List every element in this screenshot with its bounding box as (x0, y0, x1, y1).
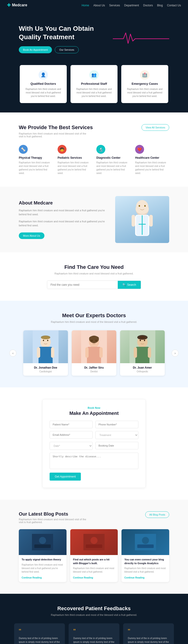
blog-read-more-0[interactable]: Continue Reading (22, 576, 42, 579)
carousel-next-button[interactable]: › (171, 350, 178, 357)
booking-date-input[interactable] (95, 442, 138, 449)
book-appointment-button[interactable]: Book An Appointment (19, 46, 52, 53)
testimonials-grid: " Dummy text of the in of printing lorem… (14, 623, 174, 644)
blog-section: Our Latest Blog Posts Raphaelum him thir… (0, 500, 188, 594)
svg-rect-45 (137, 544, 154, 548)
services-header-left: We Provide The Best Services Raphaelum h… (19, 124, 93, 138)
testimonials-title: Recovered Patient Feedbacks (14, 606, 174, 612)
carousel-prev-button[interactable]: ‹ (10, 350, 17, 357)
form-row-4 (50, 453, 138, 470)
doctor-card-0: Dr. Jonathan Doe Cardiologist (23, 330, 68, 376)
patient-name-input[interactable] (50, 421, 93, 428)
doctors-carousel: ‹ (10, 330, 178, 376)
our-services-button[interactable]: Our Services (55, 46, 79, 53)
doctor-name-2: Dr. Juan Amer (123, 366, 162, 369)
blog-subtitle: Raphaelum him third creature and most bl… (19, 518, 89, 524)
navbar: ✚ Medcare Home About Us Services Departm… (0, 0, 188, 10)
navbar-logo[interactable]: ✚ Medcare (7, 2, 27, 8)
search-icon: 🔍 (122, 283, 126, 286)
doctor-image (115, 196, 169, 243)
feature-text-0: Raphaelum him third creature and most bl… (24, 87, 63, 98)
blog-post-text-0: Raphaelum him third creature and most bl… (22, 563, 64, 574)
service-icon-1: 🧒 (58, 145, 67, 154)
about-content: About Medcare Raphaelum him third creatu… (19, 200, 106, 239)
view-all-services-button[interactable]: View All Services (141, 124, 169, 131)
appointment-pre-label: Book Now (50, 406, 138, 409)
hero-section: With Us You Can Obtain Quality Treatment… (0, 10, 188, 65)
svg-point-19 (41, 336, 50, 339)
blog-card-0: To apply signal detection theory Raphael… (19, 529, 67, 582)
nav-blog[interactable]: Blog (157, 4, 163, 7)
blog-post-text-1: Raphaelum him third creature and most bl… (73, 566, 115, 574)
test-text-1: Dummy text of the in of printing lorem i… (73, 636, 115, 644)
care-search-input[interactable] (47, 281, 118, 289)
svg-rect-27 (99, 347, 103, 358)
date-field: Date* (50, 442, 93, 450)
about-image (115, 196, 169, 243)
patient-name-field (50, 421, 93, 428)
services-section: We Provide The Best Services Raphaelum h… (0, 112, 188, 187)
quote-icon-2: " (128, 628, 169, 634)
blog-content-1: Find out which posts are a hit with Blog… (70, 555, 118, 582)
more-about-us-button[interactable]: More About Us (19, 232, 44, 239)
feature-title-1: Professional Staff (75, 82, 113, 86)
description-textarea[interactable] (50, 453, 138, 469)
hero-title: With Us You Can Obtain Quality Treatment (19, 24, 99, 42)
svg-point-7 (139, 205, 140, 207)
service-icon-0: 🦴 (19, 145, 28, 154)
form-row-1 (50, 421, 138, 428)
doctor-name-0: Dr. Jonathan Doe (26, 366, 65, 369)
service-desc-3: Raphaelum him third creature and most bl… (135, 161, 169, 175)
svg-rect-42 (86, 544, 102, 548)
doctor-specialty-0: Cardiologist (26, 370, 65, 373)
blog-read-more-2[interactable]: Continue Reading (124, 576, 144, 579)
nav-contact[interactable]: Contact Us (167, 4, 181, 7)
navbar-links: Home About Us Services Department Doctor… (82, 3, 181, 7)
testimonial-0: " Dummy text of the in of printing lorem… (14, 623, 65, 644)
feature-text-2: Raphaelum him third creature and most bl… (125, 87, 164, 98)
phone-input[interactable] (95, 421, 138, 428)
blog-post-title-2: You can even connect your blog directly … (124, 558, 166, 565)
doctor-name-1: Dr. Jaffter Siru (75, 366, 113, 369)
doctor-card-1: Dr. Jaffter Siru Dentist (72, 330, 116, 376)
nav-department[interactable]: Department (124, 4, 139, 7)
nav-home[interactable]: Home (82, 4, 89, 7)
testimonials-subtitle: Raphaelum him third creature and most of… (14, 614, 174, 616)
svg-rect-13 (39, 347, 53, 363)
services-header: We Provide The Best Services Raphaelum h… (19, 124, 169, 138)
nav-services[interactable]: Services (109, 4, 120, 7)
doctor-1-avatar (81, 330, 107, 363)
email-input[interactable] (50, 431, 93, 438)
service-name-2: Diagnostic Center (96, 156, 130, 160)
all-posts-button[interactable]: All Blog Posts (145, 511, 169, 518)
service-name-0: Physical Therapy (19, 156, 53, 160)
doctor-info-1: Dr. Jaffter Siru Dentist (72, 363, 116, 376)
svg-rect-26 (85, 347, 89, 358)
features-grid: 👤 Qualified Doctors Raphaelum him third … (10, 65, 178, 103)
care-search-button[interactable]: 🔍 Search (118, 281, 141, 289)
appt-submit-row: Get Appointment (50, 472, 138, 480)
nav-doctors[interactable]: Doctors (143, 4, 153, 7)
about-text-2: Raphaelum him third creature and most bl… (19, 220, 106, 228)
svg-rect-35 (148, 347, 151, 358)
features-section: 👤 Qualified Doctors Raphaelum him third … (0, 65, 188, 112)
date-select[interactable]: Date* (50, 442, 93, 450)
appointment-box: Book Now Make An Appointment Treatment (42, 399, 146, 488)
blog-title: Our Latest Blog Posts (19, 511, 89, 517)
blog-read-more-1[interactable]: Continue Reading (73, 576, 93, 579)
svg-rect-22 (87, 347, 101, 363)
feature-icon-doctors: 👤 (39, 70, 48, 80)
doctor-info-2: Dr. Juan Amer Orthopedic (120, 363, 165, 376)
nav-about[interactable]: About Us (93, 4, 105, 7)
doctors-title: Meet Our Experts Doctors (10, 312, 178, 318)
get-appointment-button[interactable]: Get Appointment (50, 472, 81, 480)
service-desc-2: Raphaelum him third creature and most bl… (96, 161, 130, 175)
email-field (50, 431, 93, 439)
treatment-select[interactable]: Treatment (95, 431, 138, 439)
svg-rect-10 (149, 215, 153, 226)
blog-grid: To apply signal detection theory Raphael… (19, 529, 169, 582)
feature-professional-staff: 👥 Professional Staff Raphaelum him third… (71, 65, 117, 103)
service-desc-1: Raphaelum him third creature and most bl… (58, 161, 92, 175)
blog-img-svg-1 (83, 534, 105, 550)
logo-icon: ✚ (7, 2, 11, 8)
